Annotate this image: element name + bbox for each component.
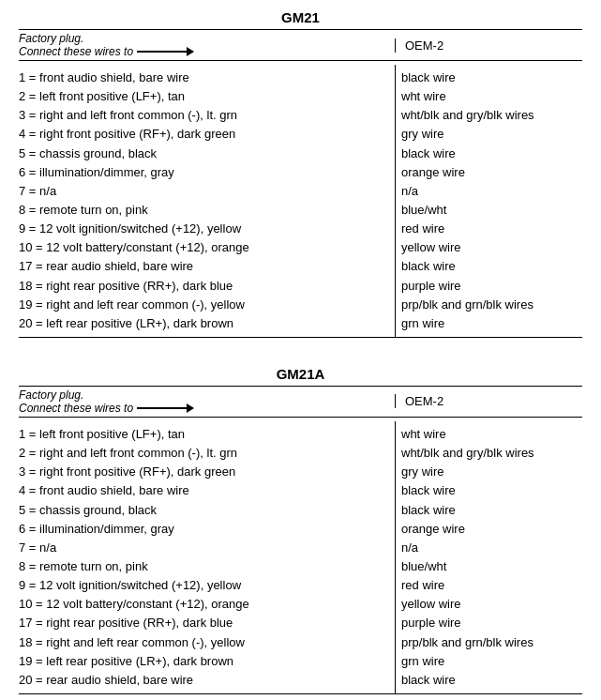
list-item: 17 = right rear positive (RR+), dark blu… bbox=[19, 614, 389, 632]
gm21-header: Factory plug. Connect these wires to OEM… bbox=[19, 29, 582, 61]
list-item: 5 = chassis ground, black bbox=[19, 145, 389, 163]
list-item: black wire bbox=[401, 257, 577, 276]
gm21-factory-plug-label: Factory plug. bbox=[19, 32, 385, 45]
list-item: yellow wire bbox=[401, 595, 577, 614]
list-item: wht wire bbox=[401, 425, 577, 444]
list-item: 18 = right rear positive (RR+), dark blu… bbox=[19, 277, 389, 296]
list-item: black wire bbox=[401, 481, 577, 500]
gm21a-header-right: OEM-2 bbox=[395, 394, 582, 408]
list-item: 1 = left front positive (LF+), tan bbox=[19, 425, 389, 444]
list-item: 10 = 12 volt battery/constant (+12), ora… bbox=[19, 595, 389, 614]
list-item: purple wire bbox=[401, 277, 577, 296]
gm21-title: GM21 bbox=[19, 9, 582, 25]
gm21a-title: GM21A bbox=[19, 366, 582, 382]
gm21a-section: GM21A Factory plug. Connect these wires … bbox=[19, 366, 582, 694]
list-item: n/a bbox=[401, 539, 577, 557]
gm21a-table-body: 1 = left front positive (LF+), tan 2 = r… bbox=[19, 421, 582, 694]
gm21a-right-col: wht wire wht/blk and gry/blk wires gry w… bbox=[395, 421, 582, 693]
gm21-section: GM21 Factory plug. Connect these wires t… bbox=[19, 9, 582, 338]
list-item: prp/blk and grn/blk wires bbox=[401, 296, 577, 314]
gm21-left-col: 1 = front audio shield, bare wire 2 = le… bbox=[19, 65, 395, 337]
list-item: black wire bbox=[401, 501, 577, 520]
list-item: wht/blk and gry/blk wires bbox=[401, 106, 577, 125]
gm21a-header-left: Factory plug. Connect these wires to bbox=[19, 388, 395, 415]
list-item: 2 = right and left front common (-), lt.… bbox=[19, 444, 389, 463]
list-item: 7 = n/a bbox=[19, 539, 389, 557]
list-item: 3 = right and left front common (-), lt.… bbox=[19, 106, 389, 125]
list-item: prp/blk and grn/blk wires bbox=[401, 633, 577, 652]
list-item: 6 = illumination/dimmer, gray bbox=[19, 520, 389, 539]
list-item: orange wire bbox=[401, 163, 577, 182]
list-item: grn wire bbox=[401, 652, 577, 671]
list-item: n/a bbox=[401, 182, 577, 201]
gm21a-factory-plug-label: Factory plug. bbox=[19, 388, 385, 402]
list-item: blue/wht bbox=[401, 201, 577, 220]
gm21a-left-col: 1 = left front positive (LF+), tan 2 = r… bbox=[19, 421, 395, 693]
arrow-icon bbox=[137, 51, 193, 53]
list-item: 19 = right and left rear common (-), yel… bbox=[19, 296, 389, 314]
list-item: 8 = remote turn on, pink bbox=[19, 557, 389, 576]
list-item: 4 = right front positive (RF+), dark gre… bbox=[19, 125, 389, 144]
list-item: 1 = front audio shield, bare wire bbox=[19, 68, 389, 87]
list-item: 19 = left rear positive (LR+), dark brow… bbox=[19, 652, 389, 671]
gm21-right-col: black wire wht wire wht/blk and gry/blk … bbox=[395, 65, 582, 337]
list-item: blue/wht bbox=[401, 557, 577, 576]
list-item: black wire bbox=[401, 68, 577, 87]
list-item: black wire bbox=[401, 671, 577, 690]
list-item: 9 = 12 volt ignition/switched (+12), yel… bbox=[19, 576, 389, 595]
list-item: 4 = front audio shield, bare wire bbox=[19, 481, 389, 500]
list-item: 20 = rear audio shield, bare wire bbox=[19, 671, 389, 690]
list-item: red wire bbox=[401, 576, 577, 595]
list-item: 20 = left rear positive (LR+), dark brow… bbox=[19, 314, 389, 333]
gm21a-header: Factory plug. Connect these wires to OEM… bbox=[19, 386, 582, 418]
gm21-header-right: OEM-2 bbox=[395, 38, 582, 53]
list-item: grn wire bbox=[401, 314, 577, 333]
list-item: 6 = illumination/dimmer, gray bbox=[19, 163, 389, 182]
list-item: 17 = rear audio shield, bare wire bbox=[19, 257, 389, 276]
gm21a-connect-label: Connect these wires to bbox=[19, 402, 385, 415]
list-item: 7 = n/a bbox=[19, 182, 389, 201]
list-item: 10 = 12 volt battery/constant (+12), ora… bbox=[19, 238, 389, 257]
list-item: orange wire bbox=[401, 520, 577, 539]
list-item: wht wire bbox=[401, 87, 577, 106]
list-item: 5 = chassis ground, black bbox=[19, 501, 389, 520]
list-item: 18 = right and left rear common (-), yel… bbox=[19, 633, 389, 652]
list-item: 2 = left front positive (LF+), tan bbox=[19, 87, 389, 106]
list-item: yellow wire bbox=[401, 238, 577, 257]
list-item: black wire bbox=[401, 145, 577, 163]
gm21-connect-label: Connect these wires to bbox=[19, 45, 385, 58]
list-item: gry wire bbox=[401, 125, 577, 144]
list-item: purple wire bbox=[401, 614, 577, 632]
arrow-icon bbox=[137, 407, 193, 409]
list-item: wht/blk and gry/blk wires bbox=[401, 444, 577, 463]
list-item: red wire bbox=[401, 220, 577, 238]
list-item: gry wire bbox=[401, 463, 577, 481]
gm21-table-body: 1 = front audio shield, bare wire 2 = le… bbox=[19, 65, 582, 338]
gm21-header-left: Factory plug. Connect these wires to bbox=[19, 32, 395, 58]
list-item: 3 = right front positive (RF+), dark gre… bbox=[19, 463, 389, 481]
list-item: 9 = 12 volt ignition/switched (+12), yel… bbox=[19, 220, 389, 238]
list-item: 8 = remote turn on, pink bbox=[19, 201, 389, 220]
